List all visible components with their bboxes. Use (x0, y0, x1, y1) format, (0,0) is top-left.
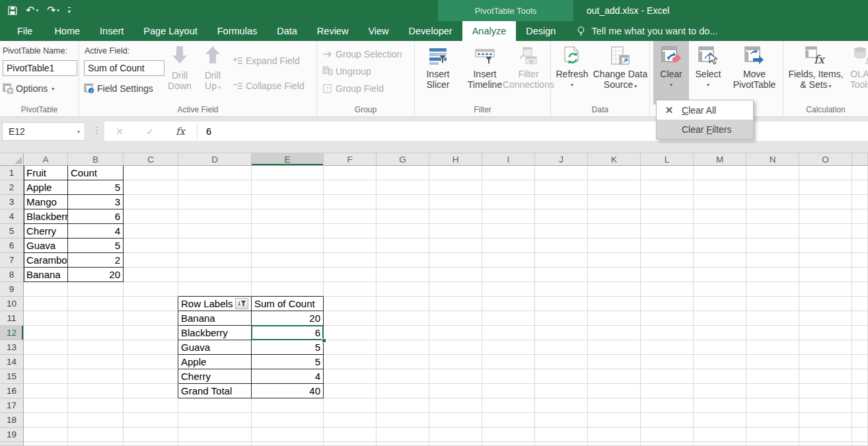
cell-J16[interactable] (535, 384, 588, 398)
cell-K11[interactable] (588, 311, 641, 326)
cell-J18[interactable] (535, 413, 588, 427)
cell-A13[interactable] (24, 340, 68, 355)
column-header-N[interactable]: N (746, 153, 799, 166)
tab-page-layout[interactable]: Page Layout (133, 21, 207, 41)
cell-N7[interactable] (746, 253, 799, 268)
cell-A9[interactable] (24, 282, 68, 297)
cell-A5[interactable]: Cherry (24, 224, 68, 239)
cell-G16[interactable] (377, 384, 429, 398)
cell-B13[interactable] (68, 340, 124, 355)
cell-F8[interactable] (324, 268, 377, 282)
cell-N4[interactable] (746, 209, 799, 224)
cell-L6[interactable] (641, 239, 694, 253)
cell-O3[interactable] (799, 195, 852, 209)
row-header-15[interactable]: 15 (0, 369, 24, 384)
cell-K5[interactable] (588, 224, 641, 239)
cell-J17[interactable] (535, 398, 588, 413)
cell-O2[interactable] (799, 180, 852, 195)
cell-G11[interactable] (377, 311, 429, 326)
cell-H13[interactable] (429, 340, 482, 355)
cell-B5[interactable]: 4 (68, 224, 124, 239)
cell-E11[interactable]: 20 (252, 311, 324, 326)
cell-G1[interactable] (377, 166, 429, 180)
column-header-D[interactable]: D (178, 153, 252, 166)
cell-N8[interactable] (746, 268, 799, 282)
cell-I16[interactable] (482, 384, 535, 398)
cell-J14[interactable] (535, 355, 588, 369)
cell-J9[interactable] (535, 282, 588, 297)
column-header-E[interactable]: E (252, 153, 324, 166)
cell-C11[interactable] (124, 311, 178, 326)
cell-L18[interactable] (641, 413, 694, 427)
cell-J2[interactable] (535, 180, 588, 195)
select-button[interactable]: Select ▾ (690, 44, 726, 100)
cell-D20[interactable] (178, 442, 252, 446)
cell-H10[interactable] (429, 297, 482, 311)
cell-I2[interactable] (482, 180, 535, 195)
cell-E17[interactable] (252, 398, 324, 413)
cell-B20[interactable] (68, 442, 124, 446)
cell-O15[interactable] (799, 369, 852, 384)
cell-H17[interactable] (429, 398, 482, 413)
cell-J20[interactable] (535, 442, 588, 446)
cell-K12[interactable] (588, 326, 641, 340)
cell-N10[interactable] (746, 297, 799, 311)
cell-D6[interactable] (178, 239, 252, 253)
cell-H4[interactable] (429, 209, 482, 224)
cell-O4[interactable] (799, 209, 852, 224)
cell-D9[interactable] (178, 282, 252, 297)
cell-G5[interactable] (377, 224, 429, 239)
cell-L20[interactable] (641, 442, 694, 446)
cell-O19[interactable] (799, 427, 852, 442)
cell-D3[interactable] (178, 195, 252, 209)
cell-C4[interactable] (124, 209, 178, 224)
cell-G4[interactable] (377, 209, 429, 224)
cell-J12[interactable] (535, 326, 588, 340)
cell-K1[interactable] (588, 166, 641, 180)
cell-K4[interactable] (588, 209, 641, 224)
row-header-5[interactable]: 5 (0, 224, 24, 239)
cell-M20[interactable] (694, 442, 746, 446)
cell-N12[interactable] (746, 326, 799, 340)
cell-D18[interactable] (178, 413, 252, 427)
cell-G10[interactable] (377, 297, 429, 311)
tab-review[interactable]: Review (307, 21, 359, 41)
cell-D12[interactable]: Blackberry (178, 326, 252, 340)
cell-O17[interactable] (799, 398, 852, 413)
tab-view[interactable]: View (358, 21, 398, 41)
customize-quick-access-toolbar-button[interactable]: ▾ (68, 7, 71, 15)
cell-I5[interactable] (482, 224, 535, 239)
cell-E20[interactable] (252, 442, 324, 446)
cell-B17[interactable] (68, 398, 124, 413)
cell-D16[interactable]: Grand Total (178, 384, 252, 398)
cell-M6[interactable] (694, 239, 746, 253)
cell-E16[interactable]: 40 (252, 384, 324, 398)
cell-H3[interactable] (429, 195, 482, 209)
cell-F12[interactable] (324, 326, 377, 340)
cell-L4[interactable] (641, 209, 694, 224)
cell-F17[interactable] (324, 398, 377, 413)
cell-N19[interactable] (746, 427, 799, 442)
cell-K15[interactable] (588, 369, 641, 384)
field-settings-button[interactable]: i Field Settings (84, 83, 153, 94)
cell-G17[interactable] (377, 398, 429, 413)
fields-items-sets-button[interactable]: fx Fields, Items, & Sets▾ (785, 44, 847, 100)
cell-L17[interactable] (641, 398, 694, 413)
cell-J6[interactable] (535, 239, 588, 253)
cell-D19[interactable] (178, 427, 252, 442)
insert-slicer-button[interactable]: Insert Slicer (417, 44, 459, 100)
cell-C19[interactable] (124, 427, 178, 442)
row-header-10[interactable]: 10 (0, 297, 24, 311)
cell-G19[interactable] (377, 427, 429, 442)
cell-E14[interactable]: 5 (252, 355, 324, 369)
cell-E4[interactable] (252, 209, 324, 224)
cell-L7[interactable] (641, 253, 694, 268)
save-button[interactable] (8, 6, 17, 15)
cell-B11[interactable] (68, 311, 124, 326)
cell-E13[interactable]: 5 (252, 340, 324, 355)
cell-C8[interactable] (124, 268, 178, 282)
cell-O12[interactable] (799, 326, 852, 340)
cell-B9[interactable] (68, 282, 124, 297)
cell-M19[interactable] (694, 427, 746, 442)
cell-K3[interactable] (588, 195, 641, 209)
